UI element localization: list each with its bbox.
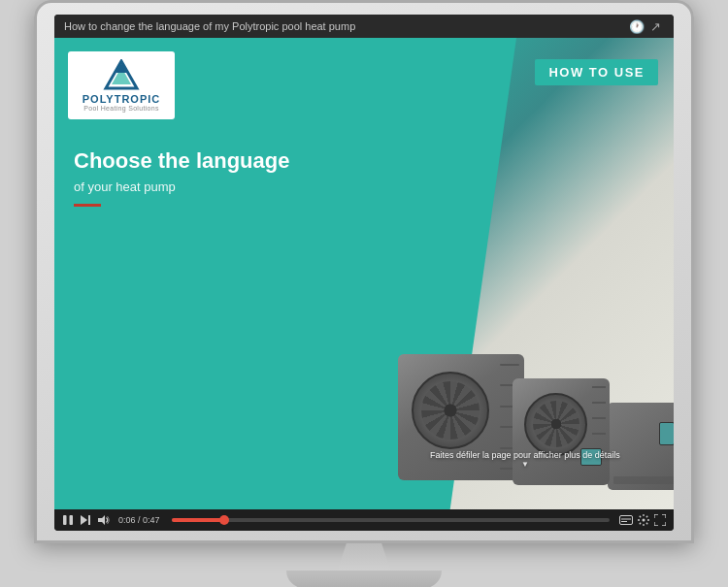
video-title: How to change the language of my Polytro… (64, 20, 355, 32)
scroll-arrow-icon: ▼ (430, 460, 620, 469)
video-controls[interactable]: 0:06 / 0:47 (54, 509, 674, 531)
video-text-area: Choose the language of your heat pump (54, 119, 377, 207)
time-display: 0:06 / 0:47 (118, 515, 160, 525)
video-content: POLYTROPIC Pool Heating Solutions Choose… (54, 38, 674, 509)
progress-fill (172, 518, 224, 522)
pump-unit-small (608, 403, 674, 490)
fan-medium (524, 393, 587, 456)
svg-marker-5 (81, 515, 87, 525)
volume-button[interactable] (97, 514, 111, 526)
pump-small-label (613, 476, 674, 484)
video-left-panel: POLYTROPIC Pool Heating Solutions Choose… (54, 38, 377, 509)
settings-button[interactable] (638, 514, 649, 526)
svg-rect-8 (620, 515, 633, 524)
svg-rect-3 (63, 515, 67, 525)
fullscreen-button[interactable] (654, 514, 666, 526)
pump-grille-medium (592, 386, 606, 435)
monitor-stand-base (286, 571, 442, 588)
svg-marker-7 (98, 515, 105, 525)
right-controls (619, 514, 666, 526)
logo-area: POLYTROPIC Pool Heating Solutions (68, 51, 175, 119)
monitor-bezel: How to change the language of my Polytro… (37, 3, 691, 540)
video-right-panel: HOW TO USE (377, 38, 674, 509)
subtitle-button[interactable] (619, 515, 633, 525)
main-title: Choose the language (74, 148, 357, 174)
monitor-wrapper: How to change the language of my Polytro… (34, 0, 694, 587)
svg-point-11 (643, 518, 645, 521)
polytropic-logo-icon (102, 59, 141, 94)
video-titlebar: How to change the language of my Polytro… (54, 15, 674, 38)
monitor-stand-neck (335, 543, 393, 571)
clock-icon[interactable]: 🕐 (629, 19, 643, 33)
logo-brand: POLYTROPIC (83, 94, 161, 105)
share-icon[interactable]: ↗ (650, 19, 664, 33)
progress-dot (219, 515, 229, 525)
monitor-outer: How to change the language of my Polytro… (34, 0, 694, 543)
pump-small-body (608, 403, 674, 490)
pump-unit-large (398, 354, 524, 490)
pump-small-screen (659, 422, 674, 445)
titlebar-icons: 🕐 ↗ (629, 19, 664, 33)
pause-button[interactable] (62, 514, 74, 526)
pump-medium-body (513, 378, 610, 485)
svg-rect-4 (70, 515, 74, 525)
progress-bar[interactable] (172, 518, 610, 522)
fan-large (412, 372, 489, 449)
subtitle: of your heat pump (74, 179, 357, 194)
how-to-use-badge: HOW TO USE (535, 59, 658, 85)
svg-rect-6 (88, 515, 90, 525)
scroll-hint-text: Faites défiler la page pour afficher plu… (430, 450, 620, 460)
screen: How to change the language of my Polytro… (54, 15, 674, 531)
logo-tagline: Pool Heating Solutions (83, 105, 158, 112)
scroll-hint: Faites défiler la page pour afficher plu… (430, 450, 620, 469)
pump-unit-medium (513, 378, 610, 490)
next-button[interactable] (80, 514, 91, 526)
title-underline (74, 204, 101, 207)
